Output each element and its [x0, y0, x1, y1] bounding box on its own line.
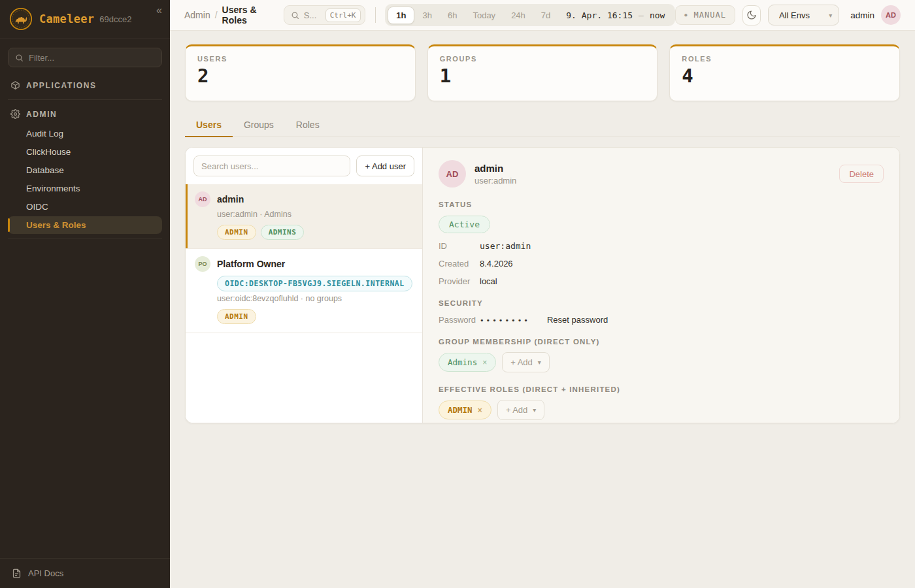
user-list-column: + Add user AD admin user:admin · Admins … — [186, 148, 423, 423]
sidebar-item-users-roles[interactable]: Users & Roles — [8, 216, 162, 234]
app-version: 69dcce2 — [99, 14, 131, 24]
add-user-button[interactable]: + Add user — [356, 155, 414, 176]
stat-value: 2 — [197, 65, 403, 87]
field-value-created: 8.4.2026 — [480, 259, 513, 269]
sidebar-nav: APPLICATIONS ADMIN Audit Log ClickHouse … — [0, 70, 170, 242]
env-select[interactable]: All Envs ▾ — [768, 5, 839, 25]
add-role-button[interactable]: + Add ▾ — [497, 400, 545, 420]
time-segment-today[interactable]: Today — [465, 7, 503, 24]
sidebar-filter-input[interactable] — [29, 53, 155, 63]
sidebar-item-database[interactable]: Database — [8, 161, 162, 179]
breadcrumb-parent[interactable]: Admin — [184, 10, 210, 20]
time-segment-24h[interactable]: 24h — [503, 7, 533, 24]
avatar: AD — [195, 191, 210, 207]
stat-card-groups: GROUPS 1 — [427, 44, 658, 101]
sidebar-item-environments[interactable]: Environments — [8, 180, 162, 197]
mode-badge-label: MANUAL — [694, 10, 726, 20]
chip-label: Admins — [448, 357, 477, 367]
reset-password-link[interactable]: Reset password — [547, 315, 608, 325]
chevron-down-icon: ▾ — [538, 359, 541, 366]
section-admin[interactable]: ADMIN — [8, 104, 162, 124]
time-range-control: 1h 3h 6h Today 24h 7d 9. Apr. 16:15 – no… — [385, 4, 675, 26]
list-item-admin[interactable]: AD admin user:admin · Admins ADMIN ADMIN… — [186, 184, 422, 249]
section-label: ADMIN — [26, 110, 57, 119]
section-label: APPLICATIONS — [26, 81, 97, 90]
sidebar-logo-row: Cameleer 69dcce2 « — [0, 0, 170, 39]
stat-card-roles: ROLES 4 — [669, 44, 900, 101]
add-group-label: + Add — [510, 357, 533, 367]
search-icon — [291, 11, 299, 20]
time-segment-6h[interactable]: 6h — [440, 7, 465, 24]
mode-badge[interactable]: ● MANUAL — [675, 5, 735, 25]
global-search-input[interactable] — [304, 10, 321, 20]
role-badge: ADMIN — [217, 309, 256, 324]
tab-groups[interactable]: Groups — [233, 114, 285, 137]
effective-roles-header: EFFECTIVE ROLES (DIRECT + INHERITED) — [439, 385, 884, 393]
security-section-header: SECURITY — [439, 299, 884, 307]
field-label-created: Created — [439, 259, 480, 269]
sidebar-item-oidc[interactable]: OIDC — [8, 198, 162, 216]
status-badge: Active — [439, 216, 490, 233]
time-range-to: now — [650, 10, 665, 20]
chip-label: ADMIN — [448, 405, 473, 415]
users-panel: + Add user AD admin user:admin · Admins … — [185, 147, 900, 423]
section-applications[interactable]: APPLICATIONS — [8, 75, 162, 95]
oidc-badge: OIDC:DESKTOP-FB5VGJ9.SIEGELN.INTERNAL — [217, 276, 412, 291]
stat-card-users: USERS 2 — [185, 44, 416, 101]
status-section-header: STATUS — [439, 201, 884, 208]
time-segment-1h[interactable]: 1h — [388, 7, 414, 24]
sidebar-collapse-icon[interactable]: « — [156, 5, 162, 16]
topbar-username: admin — [850, 10, 874, 20]
time-range-display[interactable]: 9. Apr. 16:15 – now — [558, 10, 673, 20]
api-docs-link[interactable]: API Docs — [0, 558, 170, 588]
add-group-button[interactable]: + Add ▾ — [502, 352, 550, 372]
delete-user-button[interactable]: Delete — [839, 165, 884, 183]
password-mask: •••••••• — [480, 316, 530, 325]
add-role-label: + Add — [506, 405, 528, 415]
group-badge: ADMINS — [261, 225, 305, 240]
time-range-separator: – — [639, 10, 644, 20]
stat-label: GROUPS — [440, 55, 646, 63]
user-search-input[interactable] — [193, 155, 350, 176]
list-item-platform-owner[interactable]: PO Platform Owner OIDC:DESKTOP-FB5VGJ9.S… — [186, 249, 422, 333]
user-name: Platform Owner — [217, 259, 285, 269]
tab-roles[interactable]: Roles — [285, 114, 331, 137]
time-segment-3h[interactable]: 3h — [414, 7, 439, 24]
role-chip-admin: ADMIN × — [439, 400, 491, 419]
role-badge: ADMIN — [217, 225, 256, 240]
stat-label: ROLES — [682, 55, 888, 63]
field-label-id: ID — [439, 241, 480, 251]
remove-role-icon[interactable]: × — [478, 406, 482, 415]
theme-toggle-button[interactable] — [742, 5, 761, 25]
user-meta: user:admin · Admins — [217, 210, 413, 219]
sidebar-item-clickhouse[interactable]: ClickHouse — [8, 143, 162, 161]
chevron-down-icon: ▾ — [533, 406, 536, 414]
tabs: Users Groups Roles — [185, 114, 900, 137]
remove-group-icon[interactable]: × — [482, 358, 487, 367]
divider — [8, 99, 162, 100]
field-label-provider: Provider — [439, 276, 480, 286]
stat-value: 4 — [682, 65, 888, 87]
sidebar-filter-box[interactable] — [8, 48, 162, 67]
app-title: Cameleer — [39, 12, 94, 25]
stat-value: 1 — [440, 65, 646, 87]
group-membership-header: GROUP MEMBERSHIP (DIRECT ONLY) — [439, 338, 884, 346]
global-search[interactable]: Ctrl+K — [284, 5, 365, 25]
field-value-provider: local — [480, 276, 497, 286]
divider — [375, 7, 376, 23]
api-docs-label: API Docs — [28, 568, 63, 578]
sidebar: Cameleer 69dcce2 « APPLICATIONS ADMIN Au… — [0, 0, 170, 588]
sidebar-item-audit-log[interactable]: Audit Log — [8, 125, 162, 142]
avatar: AD — [439, 160, 466, 188]
user-avatar[interactable]: AD — [881, 5, 901, 25]
topbar: Admin / Users & Roles Ctrl+K 1h 3h 6h To… — [170, 0, 915, 31]
stat-label: USERS — [197, 55, 403, 63]
chevron-down-icon: ▾ — [829, 12, 832, 19]
field-value-id: user:admin — [480, 241, 531, 251]
user-meta: user:oidc:8evzqofluhld · no groups — [217, 294, 413, 303]
tab-users[interactable]: Users — [185, 114, 233, 137]
time-segment-7d[interactable]: 7d — [533, 7, 558, 24]
time-range-from: 9. Apr. 16:15 — [566, 10, 633, 20]
breadcrumb-separator: / — [215, 10, 218, 20]
user-detail-panel: AD admin user:admin Delete STATUS Active… — [423, 148, 899, 423]
